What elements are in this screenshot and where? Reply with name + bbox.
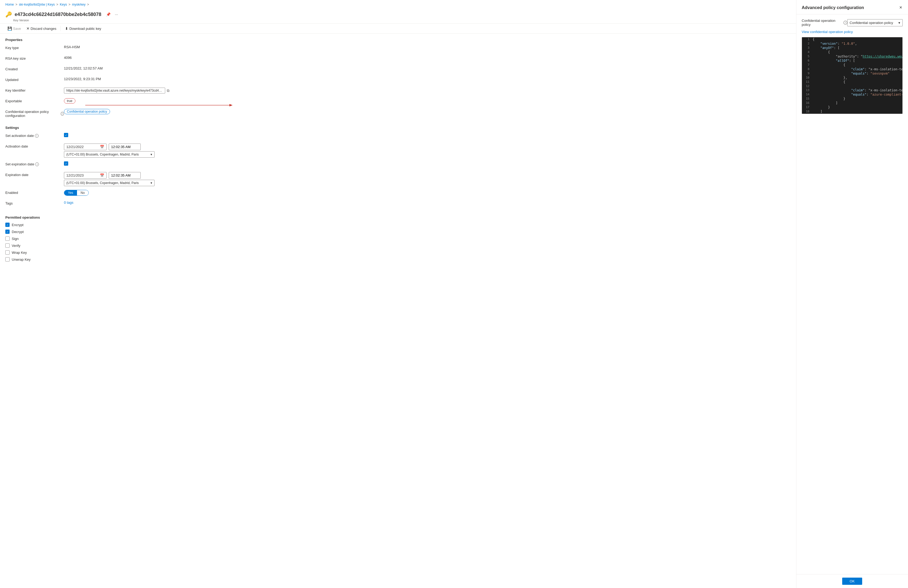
panel-close-button[interactable]: ×	[899, 4, 903, 11]
key-identifier-value: https://skr-kvq6srllol2jntw.vault.azure.…	[64, 88, 791, 93]
key-identifier-label: Key Identifier	[5, 88, 64, 92]
rsa-key-size-row: RSA key size 4096	[5, 56, 791, 63]
rsa-key-size-value: 4096	[64, 56, 791, 59]
conf-op-policy-info-icon[interactable]: i	[61, 112, 64, 116]
enabled-no-option[interactable]: No	[77, 190, 89, 196]
perm-encrypt-row: Encrypt	[5, 223, 791, 227]
perm-sign-row: Sign	[5, 236, 791, 241]
code-line: 18 ]	[802, 109, 902, 114]
breadcrumb-myskrkey[interactable]: myskrkey	[72, 3, 85, 6]
updated-value: 12/23/2022, 9:23:31 PM	[64, 77, 791, 81]
panel-policy-select[interactable]: Confidential operation policy ▾	[847, 19, 903, 26]
perm-decrypt-row: Decrypt	[5, 230, 791, 234]
code-editor[interactable]: 1{2 "version": "1.0.0",3 "anyOf": [4 {5 …	[802, 37, 903, 114]
tags-value: 0 tags	[64, 201, 791, 204]
conf-op-policy-badge[interactable]: Confidential operation policy	[64, 109, 110, 114]
activation-date-input[interactable]: 12/21/2022 📅	[64, 143, 106, 150]
perm-verify-row: Verify	[5, 243, 791, 247]
more-button[interactable]: ···	[114, 12, 119, 17]
exportable-value: true	[64, 98, 791, 104]
perm-decrypt-checkbox[interactable]	[5, 230, 10, 234]
breadcrumb-home[interactable]: Home	[5, 3, 14, 6]
set-expiration-label: Set expiration date i	[5, 161, 64, 166]
perm-wrapkey-checkbox[interactable]	[5, 250, 10, 255]
perm-sign-label: Sign	[12, 237, 19, 241]
permitted-operations-title: Permitted operations	[5, 215, 791, 219]
set-activation-label: Set activation date i	[5, 133, 64, 138]
code-line: 11 {	[802, 80, 902, 84]
discard-label: Discard changes	[31, 27, 56, 31]
created-row: Created 12/21/2022, 12:02:57 AM	[5, 66, 791, 73]
page-title: e473cd4c66224d16870bbe2eb4c58078	[14, 12, 101, 17]
tags-label: Tags	[5, 201, 64, 205]
pin-button[interactable]: 📌	[105, 12, 112, 17]
key-type-value: RSA-HSM	[64, 45, 791, 49]
conf-op-policy-value: Confidential operation policy	[64, 109, 791, 114]
expiration-time-input[interactable]	[109, 172, 141, 179]
updated-row: Updated 12/23/2022, 9:23:31 PM	[5, 77, 791, 84]
key-icon: 🔑	[5, 11, 12, 18]
panel-policy-label: Confidential operation policy i	[802, 19, 847, 27]
exportable-badge: true	[64, 98, 76, 104]
key-type-row: Key type RSA-HSM	[5, 45, 791, 52]
copy-identifier-button[interactable]: ⧉	[166, 88, 170, 93]
save-button[interactable]: 💾 Save	[5, 25, 23, 32]
enabled-row: Enabled Yes No	[5, 190, 791, 197]
expiration-date-value: 12/21/2023 📅 (UTC+01:00) Brussels, Copen…	[64, 172, 791, 186]
properties-section: Properties Key type RSA-HSM RSA key size…	[0, 34, 796, 126]
activation-timezone-select[interactable]: (UTC+01:00) Brussels, Copenhagen, Madrid…	[64, 151, 155, 157]
perm-encrypt-checkbox[interactable]	[5, 223, 10, 227]
activation-date-value: 12/21/2022 📅 (UTC+01:00) Brussels, Copen…	[64, 143, 791, 157]
download-button[interactable]: ⬇ Download public key	[63, 25, 103, 32]
activation-info-icon[interactable]: i	[35, 134, 39, 138]
code-line: 15 }	[802, 97, 902, 101]
panel-title: Advanced policy configuration	[802, 5, 864, 10]
set-activation-checkbox-input[interactable]	[64, 133, 68, 137]
view-policy-link[interactable]: View confidential operation policy	[802, 30, 903, 34]
perm-unwrapkey-checkbox[interactable]	[5, 257, 10, 262]
discard-icon: ✕	[26, 26, 30, 31]
properties-title: Properties	[5, 38, 791, 42]
code-line: 8 "claim": "x-ms-isolation-tee.x-ms-atte…	[802, 67, 902, 71]
save-label: Save	[13, 27, 21, 31]
set-activation-row: Set activation date i	[5, 133, 791, 140]
page-header: 🔑 e473cd4c66224d16870bbe2eb4c58078 📌 ···…	[0, 9, 796, 24]
expiration-timezone-chevron-icon: ▾	[151, 181, 152, 185]
toolbar: 💾 Save ✕ Discard changes ⬇ Download publ…	[0, 24, 796, 34]
panel-footer: OK	[796, 574, 908, 588]
code-line: 3 "anyOf": [	[802, 46, 902, 50]
code-line: 13 "claim": "x-ms-isolation-tee.x-ms-com…	[802, 88, 902, 92]
code-line: 7 {	[802, 63, 902, 67]
ok-button[interactable]: OK	[842, 578, 862, 585]
updated-label: Updated	[5, 77, 64, 82]
perm-verify-label: Verify	[12, 244, 21, 247]
expiration-timezone-select[interactable]: (UTC+01:00) Brussels, Copenhagen, Madrid…	[64, 180, 155, 186]
enabled-toggle-group[interactable]: Yes No	[64, 190, 89, 196]
activation-date-row: Activation date 12/21/2022 📅 (UTC+01:00)…	[5, 143, 791, 157]
panel-policy-info-icon[interactable]: i	[844, 21, 847, 24]
perm-decrypt-label: Decrypt	[12, 230, 24, 234]
enabled-yes-option[interactable]: Yes	[64, 190, 77, 196]
perm-sign-checkbox[interactable]	[5, 236, 10, 241]
breadcrumb-vault[interactable]: skr-kvq6srllol2jntw | Keys	[19, 3, 55, 6]
expiration-date-input[interactable]: 12/21/2023 📅	[64, 172, 106, 179]
code-line: 17 }	[802, 105, 902, 109]
breadcrumb-keys[interactable]: Keys	[60, 3, 67, 6]
created-value: 12/21/2022, 12:02:57 AM	[64, 66, 791, 70]
expiration-info-icon[interactable]: i	[35, 162, 39, 166]
download-label: Download public key	[69, 27, 101, 31]
code-line: 9 "equals": "sevsnpvm"	[802, 71, 902, 76]
timezone-chevron-icon: ▾	[151, 153, 152, 156]
perm-verify-checkbox[interactable]	[5, 243, 10, 247]
enabled-label: Enabled	[5, 190, 64, 195]
set-expiration-checkbox-input[interactable]	[64, 161, 68, 165]
conf-op-policy-label: Confidential operation policy configurat…	[5, 109, 64, 118]
set-activation-checkbox	[64, 133, 791, 137]
discard-button[interactable]: ✕ Discard changes	[24, 25, 59, 32]
settings-title: Settings	[5, 126, 791, 130]
side-panel: Advanced policy configuration × Confiden…	[796, 0, 908, 588]
expiration-date-label: Expiration date	[5, 172, 64, 177]
activation-time-input[interactable]	[109, 143, 141, 150]
activation-date-label: Activation date	[5, 143, 64, 148]
tags-link[interactable]: 0 tags	[64, 201, 73, 204]
